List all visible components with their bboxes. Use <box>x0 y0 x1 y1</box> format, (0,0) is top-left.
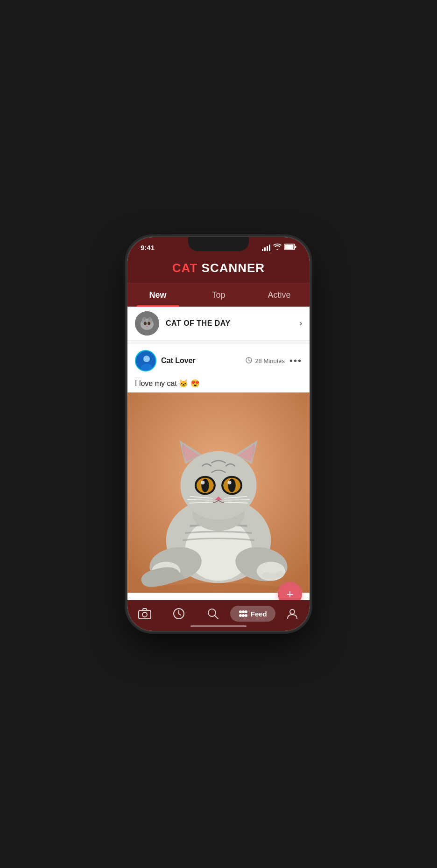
user-avatar <box>135 350 156 371</box>
post-username: Cat Lover <box>161 357 241 365</box>
like-button[interactable]: ❤️ 68 <box>136 600 163 600</box>
svg-rect-2 <box>295 246 296 248</box>
svg-point-70 <box>290 609 295 614</box>
nav-search[interactable] <box>196 608 230 620</box>
svg-point-68 <box>242 614 245 617</box>
post-time: 28 Minutes <box>255 357 285 364</box>
cat-photo <box>127 392 310 593</box>
heart-icon: ❤️ <box>136 600 151 600</box>
app-title-scanner: SCANNER <box>197 261 265 275</box>
svg-line-17 <box>249 360 250 361</box>
post-image <box>127 392 310 593</box>
svg-point-43 <box>201 481 204 484</box>
tab-top[interactable]: Top <box>188 283 249 307</box>
feed-content: CAT OF THE DAY › Cat <box>127 307 310 600</box>
post-header: Cat Lover 28 Minutes ••• <box>127 344 310 377</box>
battery-icon <box>284 244 296 252</box>
app-title: CAT SCANNER <box>172 261 265 275</box>
nav-camera[interactable] <box>127 607 162 620</box>
feed-pill: Feed <box>230 606 275 622</box>
cat-of-day-avatar-img <box>135 311 159 336</box>
tab-active[interactable]: Active <box>249 283 310 307</box>
svg-point-66 <box>245 610 247 613</box>
comment-icon <box>170 600 183 601</box>
tabs-bar: New Top Active <box>127 283 310 307</box>
home-indicator <box>190 625 247 627</box>
app-header: CAT SCANNER <box>127 255 310 283</box>
cat-of-day-banner[interactable]: CAT OF THE DAY › <box>127 307 310 341</box>
svg-rect-1 <box>285 245 294 249</box>
nav-feed[interactable]: Feed <box>230 606 275 622</box>
svg-point-33 <box>180 451 256 520</box>
feed-icon <box>239 609 248 618</box>
svg-point-65 <box>242 610 245 613</box>
phone-frame: 9:41 <box>127 237 310 631</box>
svg-point-9 <box>144 322 147 325</box>
nav-profile[interactable] <box>275 608 310 620</box>
post-card: Cat Lover 28 Minutes ••• <box>127 344 310 600</box>
svg-point-47 <box>227 481 231 484</box>
notch <box>188 237 249 251</box>
cat-of-day-label: CAT OF THE DAY <box>166 319 293 328</box>
clock-icon <box>246 357 252 365</box>
post-meta: Cat Lover <box>161 357 241 365</box>
cat-of-day-avatar <box>135 311 159 336</box>
signal-bars-icon <box>262 245 270 251</box>
post-more-button[interactable]: ••• <box>289 356 302 366</box>
phone-screen: 9:41 <box>127 237 310 631</box>
svg-line-50 <box>188 500 213 500</box>
svg-line-53 <box>224 500 249 500</box>
svg-point-64 <box>239 610 242 613</box>
feed-label: Feed <box>251 610 267 618</box>
user-avatar-img <box>136 351 156 371</box>
app-title-cat: CAT <box>172 261 198 275</box>
nav-history[interactable] <box>162 608 196 620</box>
svg-line-61 <box>179 614 181 615</box>
post-caption: I love my cat 🐱 😍 <box>127 377 310 392</box>
svg-point-67 <box>239 614 242 617</box>
svg-point-13 <box>143 356 150 362</box>
svg-point-10 <box>148 322 150 325</box>
svg-line-63 <box>215 616 218 619</box>
cat-of-day-chevron-icon: › <box>300 319 302 328</box>
tab-new[interactable]: New <box>127 283 188 307</box>
svg-point-58 <box>142 612 147 617</box>
svg-rect-57 <box>139 610 151 619</box>
wifi-icon <box>273 244 282 252</box>
post-time-area: 28 Minutes <box>246 357 285 365</box>
history-icon <box>173 608 185 620</box>
svg-point-69 <box>245 614 247 617</box>
profile-icon <box>286 608 298 620</box>
search-icon <box>207 608 219 620</box>
svg-point-31 <box>275 571 284 578</box>
post-actions: ❤️ 68 20 + <box>127 593 310 600</box>
camera-icon <box>138 607 151 620</box>
status-icons <box>262 244 296 252</box>
comment-button[interactable]: 20 <box>170 600 195 601</box>
status-time: 9:41 <box>141 244 155 252</box>
